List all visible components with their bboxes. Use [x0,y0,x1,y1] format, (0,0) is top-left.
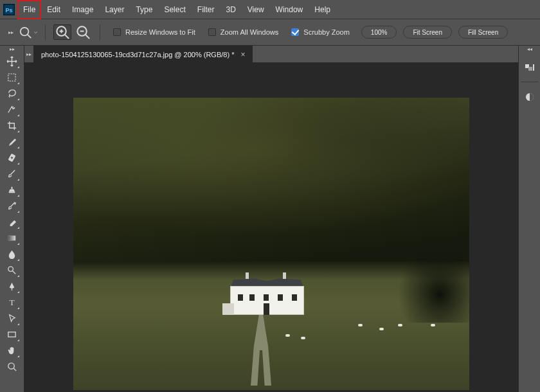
scrubby-zoom-label: Scrubby Zoom [303,28,350,36]
menu-layer[interactable]: Layer [99,0,130,19]
resize-windows-label: Resize Windows to Fit [125,28,195,36]
zoom-out-button[interactable] [74,24,92,40]
marquee-tool[interactable] [4,70,21,85]
gradient-tool[interactable] [4,231,21,245]
svg-rect-20 [8,236,15,241]
resize-windows-checkbox[interactable]: Resize Windows to Fit [108,28,201,36]
lasso-tool[interactable] [4,86,21,101]
dodge-tool[interactable] [4,263,21,278]
tab-close-icon[interactable]: × [240,50,245,59]
blur-tool[interactable] [4,247,21,262]
tab-expander[interactable]: ▸▸ [24,46,33,62]
zoom-all-label: Zoom All Windows [221,28,278,36]
quick-select-tool[interactable] [4,102,21,117]
zoom-in-button[interactable] [53,24,71,40]
rectangle-tool[interactable] [4,327,21,342]
zoom-tool[interactable] [4,359,21,374]
menu-help[interactable]: Help [309,0,336,19]
eyedropper-tool[interactable] [4,134,21,149]
svg-rect-12 [8,74,15,81]
menu-edit[interactable]: Edit [41,0,66,19]
zoom-100-button[interactable]: 100% [361,26,397,39]
history-brush-tool[interactable] [4,199,21,213]
healing-brush-tool[interactable] [4,150,21,165]
svg-line-6 [65,35,69,39]
svg-rect-18 [9,192,15,193]
document-tab[interactable]: photo-1504125130065-19cd3d71c27a.jpg @ 2… [33,46,253,62]
menu-select[interactable]: Select [158,0,191,19]
color-panel-icon[interactable] [521,60,539,76]
clone-stamp-tool[interactable] [4,183,21,197]
svg-point-21 [8,267,14,272]
svg-text:T: T [9,298,14,307]
svg-line-27 [14,368,16,371]
canvas-viewport[interactable] [24,62,518,392]
menu-image[interactable]: Image [66,0,99,19]
svg-rect-29 [528,67,532,71]
separator [45,24,46,40]
menu-3d[interactable]: 3D [220,0,241,19]
tab-bar-fill [253,46,518,62]
menu-filter[interactable]: Filter [192,0,221,19]
fit-screen-button[interactable]: Fit Screen [403,26,452,39]
right-expander[interactable]: ◂◂ [519,46,541,53]
path-select-tool[interactable] [4,311,21,326]
adjustments-panel-icon[interactable] [521,89,539,105]
menu-type[interactable]: Type [130,0,158,19]
svg-rect-25 [8,332,15,337]
zoom-all-checkbox[interactable]: Zoom All Windows [203,28,284,36]
hand-tool[interactable] [4,343,21,358]
document-tab-title: photo-1504125130065-19cd3d71c27a.jpg @ 2… [41,51,234,58]
svg-line-10 [86,35,89,39]
tools-expander[interactable]: ▸▸ [0,46,24,53]
app-logo: Ps [0,0,17,19]
svg-line-4 [28,35,31,38]
fill-screen-button[interactable]: Fill Screen [458,26,508,39]
menu-bar: Ps File Edit Image Layer Type Select Fil… [0,0,540,19]
current-tool-preset[interactable] [18,24,37,40]
svg-rect-17 [12,187,13,190]
canvas-image [73,98,469,390]
brush-tool[interactable] [4,166,21,181]
options-bar: ▸▸ Resize Windows to Fit Zoom All Window… [0,19,540,46]
svg-point-26 [8,363,14,369]
eraser-tool[interactable] [4,215,21,229]
right-panel-dock: ◂◂ [518,46,540,392]
crop-tool[interactable] [4,118,21,133]
menu-view[interactable]: View [242,0,270,19]
options-expander[interactable]: ▸▸ [6,19,15,46]
move-tool[interactable] [4,54,21,69]
scrubby-zoom-checkbox[interactable]: Scrubby Zoom [286,28,355,36]
document-tab-bar: ▸▸ photo-1504125130065-19cd3d71c27a.jpg … [24,46,518,62]
document-area: ▸▸ photo-1504125130065-19cd3d71c27a.jpg … [24,46,518,392]
tools-panel: ▸▸ T [0,46,24,392]
menu-file[interactable]: File [17,0,41,19]
svg-point-3 [21,27,29,35]
menu-window[interactable]: Window [270,0,309,19]
pen-tool[interactable] [4,279,21,294]
type-tool[interactable]: T [4,295,21,310]
svg-line-22 [12,271,15,274]
svg-rect-30 [533,64,534,71]
separator [100,24,100,40]
svg-text:Ps: Ps [5,7,12,13]
